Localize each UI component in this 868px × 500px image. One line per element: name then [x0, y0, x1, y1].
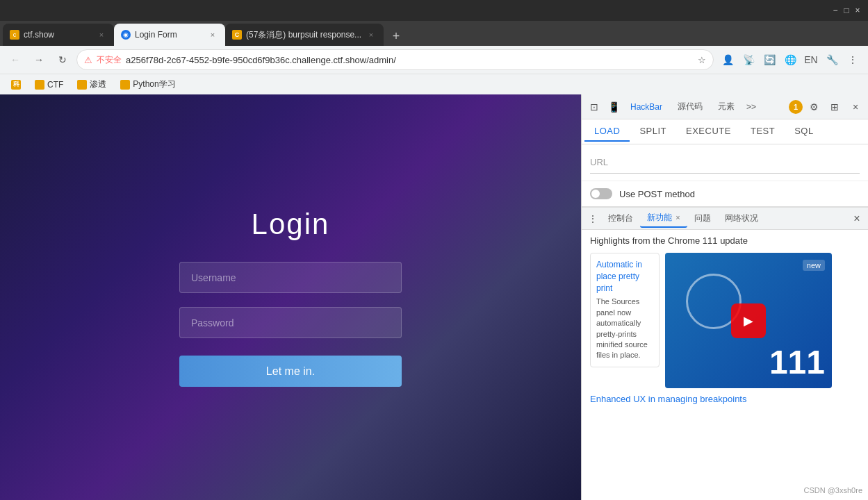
translate-icon-btn[interactable]: EN	[801, 50, 821, 69]
devtools-tab-source[interactable]: 源代码	[671, 98, 710, 115]
console-tab-new-close[interactable]: ×	[675, 213, 680, 222]
url-bar[interactable]: ⚠ 不安全 a256f78d-2c67-4552-b9fe-950cd6f9b3…	[76, 49, 714, 70]
profile-icon-btn[interactable]: 👤	[718, 50, 737, 69]
hackbar-url-input[interactable]	[590, 151, 860, 174]
console-card-prettyprint-link[interactable]: Automatic in place pretty print	[596, 260, 642, 293]
hackbar-tab-execute[interactable]: EXECUTE	[676, 122, 741, 142]
devtools-right-icons: 1 ⚙ ⊞ ×	[789, 97, 865, 117]
login-page: Login Let me in.	[0, 94, 581, 500]
video-play-button[interactable]	[731, 303, 766, 338]
bookmark-python-label: Python学习	[133, 78, 175, 90]
title-bar: − □ ×	[0, 0, 868, 21]
devtools-inspect-icon[interactable]: ⊡	[584, 97, 604, 117]
console-card-prettyprint-text: Automatic in place pretty print The Sour…	[591, 253, 659, 367]
hackbar-tab-sql[interactable]: SQL	[785, 122, 824, 142]
post-method-toggle[interactable]	[590, 188, 612, 199]
tab-close-1[interactable]: ×	[96, 29, 107, 40]
maximize-button[interactable]: □	[842, 6, 851, 15]
more-icon-btn[interactable]: ⋮	[843, 50, 862, 69]
hackbar-url-section	[582, 144, 868, 181]
tab-title-3: (57条消息) burpsuit response...	[246, 29, 361, 41]
console-card-prettyprint: Automatic in place pretty print The Sour…	[590, 253, 660, 367]
tab-burpsuit[interactable]: C (57条消息) burpsuit response... ×	[225, 24, 384, 46]
hackbar: LOAD SPLIT EXECUTE TEST SQL Use POST met…	[582, 119, 868, 207]
devtools-settings-icon[interactable]: ⚙	[804, 97, 824, 117]
tab-ctfshow[interactable]: c ctf.show ×	[3, 24, 114, 46]
bookmarks-bar: 科 CTF 渗透 Python学习	[0, 74, 868, 94]
tab-title-2: Login Form	[135, 30, 203, 40]
extension-icon-btn[interactable]: 🔧	[822, 50, 842, 69]
tab-title-1: ctf.show	[24, 30, 92, 40]
hackbar-tab-load[interactable]: LOAD	[584, 122, 630, 142]
login-button[interactable]: Let me in.	[179, 356, 402, 387]
cast-icon-btn[interactable]: 📡	[739, 50, 758, 69]
bookmark-star-icon[interactable]: ☆	[698, 55, 706, 65]
vpn-icon-btn[interactable]: 🌐	[780, 50, 800, 69]
tab-loginform[interactable]: ◉ Login Form ×	[114, 24, 225, 46]
video-new-label: new	[803, 260, 825, 271]
console-tab-new[interactable]: 新功能 ×	[640, 209, 687, 228]
security-warning-icon: ⚠	[84, 55, 92, 65]
new-tab-button[interactable]: +	[386, 26, 406, 46]
devtools-header: ⊡ 📱 HackBar 源代码 元素 >> 1 ⚙ ⊞ ×	[582, 94, 868, 119]
console-tab-console[interactable]: 控制台	[601, 210, 640, 227]
username-input[interactable]	[179, 262, 402, 293]
back-button[interactable]: ←	[6, 50, 25, 69]
address-bar: ← → ↻ ⚠ 不安全 a256f78d-2c67-4552-b9fe-950c…	[0, 46, 868, 74]
tab-close-2[interactable]: ×	[207, 29, 218, 40]
login-title: Login	[252, 208, 330, 241]
main-area: Login Let me in. ⊡ 📱 HackBar 源代码 元素 >> 1…	[0, 94, 868, 500]
hackbar-tab-test[interactable]: TEST	[741, 122, 785, 142]
forward-button[interactable]: →	[29, 50, 49, 69]
devtools-more-tabs[interactable]: >>	[743, 99, 760, 115]
reload-button[interactable]: ↻	[53, 50, 72, 69]
video-thumbnail[interactable]: 111 new	[665, 253, 832, 388]
bookmark-python-icon	[120, 80, 130, 90]
devtools-panel: ⊡ 📱 HackBar 源代码 元素 >> 1 ⚙ ⊞ × LOAD SPLIT…	[581, 94, 868, 500]
devtools-message-count[interactable]: 1	[789, 100, 803, 114]
bookmark-shentou-label: 渗透	[90, 78, 106, 90]
bookmark-ke[interactable]: 科	[6, 77, 26, 92]
video-number: 111	[769, 343, 825, 381]
close-button[interactable]: ×	[853, 6, 862, 15]
bookmark-ctf-label: CTF	[47, 80, 63, 90]
minimize-button[interactable]: −	[830, 6, 840, 15]
console-content: Highlights from the Chrome 111 update Au…	[582, 230, 868, 500]
enhanced-card: Enhanced UX in managing breakpoints	[590, 394, 860, 404]
sync-icon-btn[interactable]: 🔄	[760, 50, 779, 69]
console-options-icon[interactable]: ⋮	[584, 210, 601, 227]
enhanced-link[interactable]: Enhanced UX in managing breakpoints	[590, 394, 746, 404]
tab-close-3[interactable]: ×	[366, 29, 377, 40]
bookmark-ke-icon: 科	[11, 80, 21, 90]
console-tab-network[interactable]: 网络状况	[718, 210, 765, 227]
hackbar-post-section: Use POST method	[582, 181, 868, 206]
devtools-tabs: HackBar 源代码 元素 >>	[623, 98, 789, 115]
console-tabs: ⋮ 控制台 新功能 × 问题 网络状况 ×	[582, 208, 868, 230]
devtools-tab-elements[interactable]: 元素	[711, 98, 742, 115]
console-panel: ⋮ 控制台 新功能 × 问题 网络状况 × Highlights from th…	[582, 207, 868, 500]
devtools-dock-icon[interactable]: ⊞	[825, 97, 844, 117]
hackbar-tab-split[interactable]: SPLIT	[630, 122, 676, 142]
console-close-button[interactable]: ×	[849, 210, 865, 227]
devtools-tab-hackbar[interactable]: HackBar	[623, 99, 669, 115]
tab-favicon-1: c	[10, 30, 19, 40]
password-input[interactable]	[179, 307, 402, 338]
bookmark-python[interactable]: Python学习	[115, 77, 181, 92]
bookmark-shentou[interactable]: 渗透	[72, 77, 112, 92]
console-tab-issues[interactable]: 问题	[687, 210, 718, 227]
console-highlight-title: Highlights from the Chrome 111 update	[590, 235, 860, 246]
tab-bar: c ctf.show × ◉ Login Form × C (57条消息) bu…	[0, 21, 868, 46]
watermark: CSDN @3xsh0re	[803, 486, 862, 494]
security-warning-text: 不安全	[97, 54, 122, 66]
console-cards-row: Automatic in place pretty print The Sour…	[590, 253, 860, 388]
devtools-mobile-icon[interactable]: 📱	[604, 97, 623, 117]
tab-favicon-2: ◉	[121, 30, 131, 40]
post-method-label: Use POST method	[619, 189, 695, 199]
toolbar-icons: 👤 📡 🔄 🌐 EN 🔧 ⋮	[718, 50, 862, 69]
bookmark-ctf-icon	[35, 80, 44, 90]
devtools-close-icon[interactable]: ×	[846, 97, 865, 117]
console-card-prettyprint-desc: The Sources panel now automatically pret…	[596, 297, 653, 360]
hackbar-tabs: LOAD SPLIT EXECUTE TEST SQL	[582, 119, 868, 144]
bookmark-shentou-icon	[77, 80, 87, 90]
bookmark-ctf[interactable]: CTF	[29, 77, 69, 92]
